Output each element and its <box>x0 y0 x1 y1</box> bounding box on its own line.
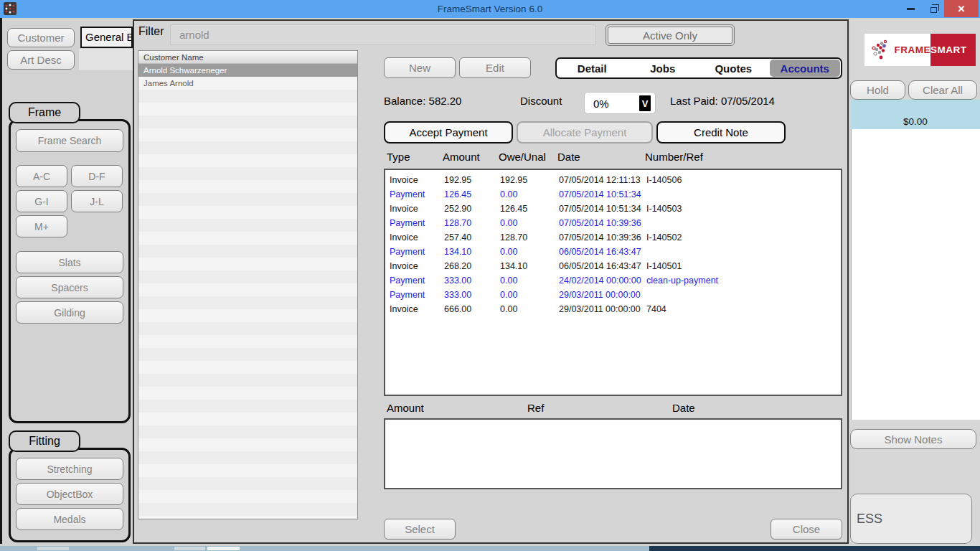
gilding-button[interactable]: Gilding <box>16 301 123 324</box>
transaction-cell-ref: 7404 <box>646 302 666 316</box>
transaction-row[interactable]: Payment333.000.0024/02/2014 00:00:00clea… <box>385 273 841 288</box>
transaction-row[interactable]: Invoice268.20134.1006/05/2014 16:43:47I-… <box>385 259 841 273</box>
sidebar-customer-button[interactable]: Customer <box>7 28 75 47</box>
transaction-cell-type: Invoice <box>390 259 418 273</box>
transaction-cell-date: 07/05/2014 10:51:34 <box>559 187 641 202</box>
close-dialog-button[interactable]: Close <box>771 519 842 540</box>
frame-letter-button-m[interactable]: M+ <box>16 215 67 237</box>
fitting-group-label: Fitting <box>9 430 80 452</box>
transaction-cell-type: Payment <box>390 288 425 302</box>
transaction-row[interactable]: Payment333.000.0029/03/2011 00:00:00 <box>385 288 841 302</box>
medals-button[interactable]: Medals <box>16 508 123 530</box>
transaction-cell-amount: 128.70 <box>444 216 471 230</box>
frame-letter-button-jl[interactable]: J-L <box>71 190 123 212</box>
process-button-label: ESS <box>857 512 882 527</box>
transaction-cell-type: Invoice <box>390 202 418 216</box>
minimize-button[interactable] <box>900 0 920 18</box>
transaction-cell-date: 24/02/2014 00:00:00 <box>559 273 641 288</box>
customer-accounts-dialog: Filter Active Only Customer Name Arnold … <box>133 19 849 544</box>
tab-jobs[interactable]: Jobs <box>628 59 699 77</box>
transaction-row[interactable]: Payment126.450.0007/05/2014 10:51:34 <box>385 187 841 202</box>
alloc-header-date: Date <box>672 402 695 414</box>
discount-dropdown[interactable]: 0% V <box>584 92 656 114</box>
transaction-cell-amount: 333.00 <box>444 273 471 288</box>
transaction-cell-type: Invoice <box>390 230 418 245</box>
transaction-cell-ref: clean-up-payment <box>646 273 718 288</box>
select-button[interactable]: Select <box>384 519 456 540</box>
transaction-cell-owe: 0.00 <box>500 216 517 230</box>
credit-note-button[interactable]: Credit Note <box>656 121 786 143</box>
transaction-cell-date: 29/03/2011 00:00:00 <box>559 288 641 302</box>
transaction-row[interactable]: Invoice252.90126.4507/05/2014 10:51:34I-… <box>385 202 841 216</box>
transaction-row[interactable]: Invoice257.40128.7007/05/2014 10:39:36I-… <box>385 230 841 245</box>
restore-button[interactable] <box>924 0 943 18</box>
transaction-row[interactable]: Invoice666.000.0029/03/2011 00:00:007404 <box>385 302 841 316</box>
transaction-row[interactable]: Payment128.700.0007/05/2014 10:39:36 <box>385 216 841 230</box>
slats-button[interactable]: Slats <box>16 251 123 273</box>
frame-letter-button-ac[interactable]: A-C <box>16 165 67 187</box>
transaction-cell-date: 07/05/2014 10:39:36 <box>559 216 641 230</box>
transaction-cell-date: 06/05/2014 16:43:47 <box>559 245 641 259</box>
customer-list-item[interactable]: Arnold Schwarzeneger <box>138 64 357 77</box>
minimize-icon <box>907 8 915 10</box>
transaction-cell-ref: I-140503 <box>646 202 682 216</box>
close-window-button[interactable]: ✕ <box>944 0 979 17</box>
transaction-cell-type: Invoice <box>390 302 418 316</box>
transaction-cell-date: 07/05/2014 10:39:36 <box>559 230 641 245</box>
transaction-cell-owe: 0.00 <box>500 245 517 259</box>
taskbar-fragment <box>37 547 69 550</box>
allocation-list[interactable] <box>384 418 842 489</box>
objectbox-button[interactable]: ObjectBox <box>16 483 123 505</box>
column-header-type: Type <box>387 151 410 163</box>
accept-payment-button[interactable]: Accept Payment <box>384 121 513 143</box>
window-title: FrameSmart Version 6.0 <box>0 0 980 18</box>
spacers-button[interactable]: Spacers <box>16 276 123 298</box>
transaction-cell-amount: 252.90 <box>444 202 471 216</box>
transaction-cell-amount: 257.40 <box>444 230 471 245</box>
transactions-table: Invoice192.95192.9507/05/2014 12:11:13I-… <box>384 169 842 396</box>
filter-input[interactable] <box>170 24 596 45</box>
stretching-button[interactable]: Stretching <box>16 458 123 480</box>
transaction-row[interactable]: Payment134.100.0006/05/2014 16:43:47 <box>385 245 841 259</box>
transaction-cell-owe: 0.00 <box>500 273 517 288</box>
transaction-cell-owe: 134.10 <box>500 259 527 273</box>
process-button[interactable]: ESS <box>850 494 972 544</box>
tab-quotes[interactable]: Quotes <box>698 59 769 77</box>
clear-all-button[interactable]: Clear All <box>908 80 977 100</box>
active-only-label: Active Only <box>608 27 732 44</box>
hold-button[interactable]: Hold <box>850 80 905 100</box>
sidebar-art-desc-button[interactable]: Art Desc <box>7 50 75 70</box>
customer-list-item[interactable]: James Arnold <box>138 77 357 90</box>
active-only-button[interactable]: Active Only <box>606 24 735 46</box>
frame-letter-button-gi[interactable]: G-I <box>16 190 67 212</box>
transaction-cell-ref: I-140506 <box>646 173 682 187</box>
customer-list-header[interactable]: Customer Name <box>138 51 357 64</box>
sidebar-general-tab[interactable]: General B <box>80 27 133 48</box>
transaction-row[interactable]: Invoice192.95192.9507/05/2014 12:11:13I-… <box>385 173 841 187</box>
restore-icon <box>930 7 937 13</box>
transaction-cell-amount: 134.10 <box>444 245 471 259</box>
transaction-cell-type: Payment <box>390 187 425 202</box>
taskbar-fragment <box>174 547 205 550</box>
transaction-cell-ref: I-140501 <box>646 259 682 273</box>
logo-red-section: SMART <box>930 34 976 66</box>
window-left-border <box>0 18 2 544</box>
alloc-header-amount: Amount <box>387 402 424 414</box>
transaction-cell-owe: 126.45 <box>500 202 527 216</box>
frame-search-button[interactable]: Frame Search <box>16 129 123 152</box>
new-button[interactable]: New <box>384 57 456 78</box>
logo-frame-text: FRAME <box>895 44 931 55</box>
tab-accounts[interactable]: Accounts <box>770 60 841 77</box>
column-header-date: Date <box>557 151 580 163</box>
tab-detail[interactable]: Detail <box>557 59 628 77</box>
tab-bar: DetailJobsQuotesAccounts <box>555 57 842 79</box>
edit-button[interactable]: Edit <box>459 57 531 78</box>
frame-letter-button-df[interactable]: D-F <box>71 165 123 187</box>
show-notes-button[interactable]: Show Notes <box>850 429 976 449</box>
customer-list: Customer Name Arnold SchwarzenegerJames … <box>138 50 358 519</box>
transaction-cell-owe: 0.00 <box>500 288 517 302</box>
dropdown-arrow-icon[interactable]: V <box>639 95 651 111</box>
transaction-cell-amount: 126.45 <box>444 187 471 202</box>
order-total: $0.00 <box>851 116 980 127</box>
last-paid-label: Last Paid: 07/05/2014 <box>670 95 775 107</box>
